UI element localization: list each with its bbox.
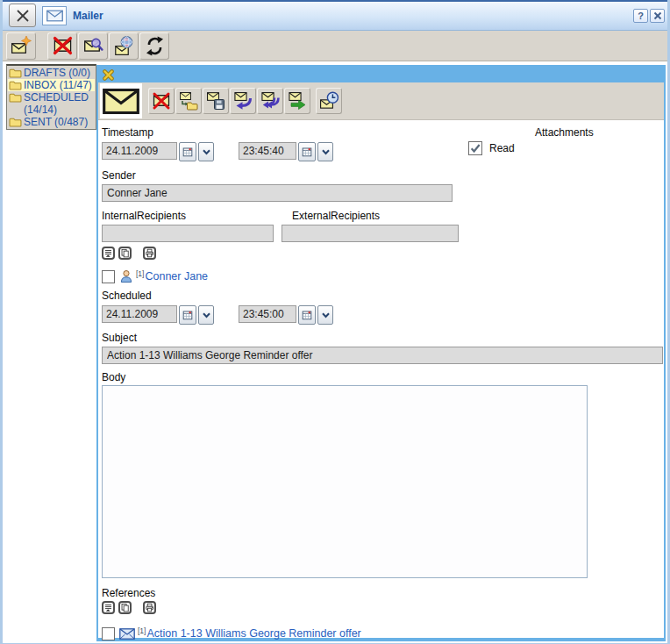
mail-toolbar [98, 82, 664, 120]
calendar-icon [302, 147, 312, 157]
scheduled-label: Scheduled [102, 290, 664, 302]
scheduled-date-widget [102, 305, 214, 325]
scheduled-date-calendar-button[interactable] [179, 305, 196, 325]
mailer-envelope-icon [42, 6, 67, 25]
folder-icon [9, 92, 22, 103]
scheduled-date-dropdown-button[interactable] [198, 305, 214, 325]
save-mail-button[interactable] [203, 88, 229, 114]
reference-link[interactable]: Action 1-13 Williams George Reminder off… [146, 627, 360, 640]
reference-checkbox[interactable] [102, 627, 115, 640]
subject-input[interactable] [102, 347, 663, 364]
window-close-button[interactable] [9, 4, 36, 27]
folder-item-sent[interactable]: SENT (0/487) [8, 116, 95, 128]
forward-icon [288, 91, 307, 111]
references-actions [102, 601, 664, 614]
folder-icon [9, 80, 22, 90]
copy-icon [120, 602, 130, 613]
body-label: Body [102, 371, 664, 383]
reply-button[interactable] [230, 88, 256, 114]
reference-ref-mark: [1] [138, 626, 146, 635]
send-receive-button[interactable] [109, 32, 139, 60]
search-mail-button[interactable] [78, 32, 108, 60]
print-button[interactable] [143, 601, 156, 614]
copy-button[interactable] [118, 601, 132, 614]
print-button[interactable] [143, 247, 156, 260]
scheduled-time-input[interactable] [239, 305, 296, 323]
reply-all-icon [260, 91, 280, 111]
titlebar: Mailer ? [3, 0, 667, 31]
scheduled-time-calendar-button[interactable] [298, 305, 316, 325]
panel-header [98, 67, 664, 82]
folder-item-scheduled[interactable]: SCHEDULED (14/14) [8, 91, 95, 116]
chevron-down-icon [202, 311, 211, 319]
close-button[interactable] [650, 9, 665, 23]
sender-input[interactable] [102, 184, 453, 202]
timestamp-time-input[interactable] [239, 142, 296, 160]
list-icon [103, 602, 113, 613]
chevron-down-icon [202, 147, 211, 156]
delete-mail-button[interactable] [148, 88, 175, 114]
recipients-actions [102, 247, 664, 260]
calendar-icon [302, 310, 312, 320]
move-to-folder-button[interactable] [175, 88, 202, 114]
folder-label: DRAFTS (0/0) [24, 67, 90, 79]
list-button[interactable] [102, 247, 115, 260]
timestamp-time-calendar-button[interactable] [298, 142, 316, 161]
sender-label: Sender [102, 169, 664, 182]
scheduled-time-dropdown-button[interactable] [317, 305, 333, 325]
list-button[interactable] [102, 601, 115, 614]
close-icon [653, 11, 662, 20]
chevron-down-icon [321, 311, 331, 319]
search-mail-icon [83, 36, 103, 55]
internal-recipients-input[interactable] [102, 225, 274, 242]
content-area: DRAFTS (0/0) INBOX (11/47) SCHEDULED (14… [3, 61, 667, 643]
body-textarea[interactable] [102, 385, 588, 578]
window-title: Mailer [73, 10, 103, 22]
timestamp-time-dropdown-button[interactable] [317, 142, 333, 161]
copy-button[interactable] [118, 247, 132, 260]
reply-all-button[interactable] [257, 88, 283, 114]
folder-label: INBOX (11/47) [24, 79, 92, 91]
schedule-mail-button[interactable] [316, 88, 342, 114]
folder-item-inbox[interactable]: INBOX (11/47) [8, 79, 95, 91]
new-mail-icon [11, 36, 32, 56]
close-x-icon [15, 8, 31, 24]
subject-label: Subject [102, 332, 664, 344]
contact-ref-mark: [1] [136, 269, 144, 278]
print-icon [145, 602, 154, 613]
external-recipients-input[interactable] [282, 225, 459, 242]
timestamp-date-input[interactable] [102, 142, 177, 160]
contact-link[interactable]: Conner Jane [145, 270, 208, 283]
read-label: Read [489, 142, 515, 154]
folder-label: SCHEDULED (14/14) [24, 91, 94, 116]
save-mail-icon [206, 91, 225, 111]
copy-icon [120, 247, 130, 259]
delete-mail-icon [152, 91, 171, 111]
delete-mail-button[interactable] [47, 32, 77, 60]
refresh-button[interactable] [139, 32, 169, 60]
folder-list: DRAFTS (0/0) INBOX (11/47) SCHEDULED (14… [6, 64, 96, 130]
timestamp-date-calendar-button[interactable] [179, 142, 196, 161]
move-to-folder-icon [179, 91, 198, 111]
forward-button[interactable] [284, 88, 310, 114]
contact-checkbox[interactable] [102, 270, 115, 283]
send-receive-icon [114, 36, 134, 56]
read-checkbox[interactable] [468, 141, 482, 155]
references-label: References [102, 587, 664, 599]
refresh-icon [145, 36, 165, 56]
new-mail-button[interactable] [6, 32, 36, 60]
mail-detail-panel: Timestamp Attachments [96, 65, 666, 641]
mail-form: Timestamp Attachments [98, 126, 664, 640]
help-button[interactable]: ? [633, 9, 648, 23]
timestamp-date-widget [102, 142, 214, 161]
calendar-icon [182, 147, 193, 157]
schedule-mail-icon [319, 91, 339, 111]
mailer-window: Mailer ? [0, 0, 670, 644]
folder-icon [9, 68, 22, 78]
folder-item-drafts[interactable]: DRAFTS (0/0) [8, 67, 95, 79]
scheduled-date-input[interactable] [102, 305, 177, 323]
timestamp-date-dropdown-button[interactable] [198, 142, 214, 161]
delete-mail-icon [53, 36, 73, 55]
close-tab-icon[interactable] [103, 69, 114, 81]
person-icon [119, 269, 133, 283]
